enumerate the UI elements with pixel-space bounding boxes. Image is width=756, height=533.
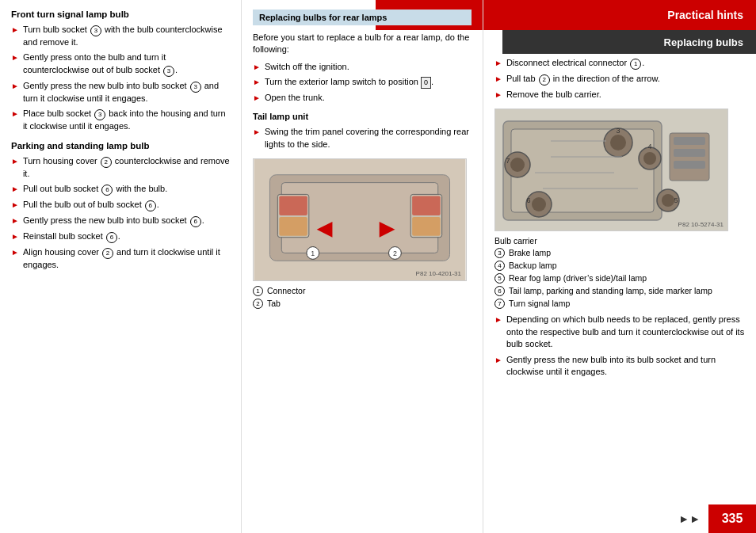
svg-point-31	[510, 158, 525, 172]
list-item: ► Pull out bulb socket 6 with the bulb.	[11, 183, 230, 196]
bullet-arrow: ►	[11, 231, 19, 242]
svg-point-19	[610, 135, 626, 150]
rear-lamps-box: Replacing bulbs for rear lamps	[253, 10, 472, 25]
bullet-arrow: ►	[11, 247, 19, 258]
bullet-arrow: ►	[494, 89, 502, 101]
caption-backup: 4 Backup lamp	[494, 261, 745, 271]
svg-rect-38	[674, 137, 705, 145]
connector-captions: 1 Connector 2 Tab	[253, 286, 472, 309]
gently-text: Gently press the new bulb into its bulb …	[506, 355, 716, 376]
bullet-arrow: ►	[11, 184, 19, 195]
list-item: ► Gently press the new bulb into its bul…	[494, 354, 745, 379]
list-item: ► Gently press the new bulb into bulb so…	[11, 215, 230, 227]
main-content: Front turn signal lamp bulb ► Turn bulb …	[0, 0, 756, 533]
bullet-arrow: ►	[494, 314, 502, 326]
list-item: ► Gently press the new bulb into bulb so…	[11, 80, 230, 105]
caption-tab: 2 Tab	[253, 299, 472, 309]
svg-text:4: 4	[647, 143, 651, 150]
bullet-arrow: ►	[253, 127, 261, 138]
list-item: ► Gently press onto the bulb and turn it…	[11, 51, 230, 76]
left-column: Front turn signal lamp bulb ► Turn bulb …	[0, 0, 242, 533]
signal-label: Turn signal lamp	[509, 299, 570, 308]
list-item: ► Place bulb socket 3 back into the hous…	[11, 108, 230, 132]
svg-point-25	[662, 194, 674, 207]
list-item: ► Pull the bulb out of bulb socket 6.	[11, 199, 230, 211]
bullet-arrow: ►	[494, 58, 502, 69]
backup-label: Backup lamp	[509, 261, 557, 270]
bulb-carrier-label: Bulb carrier	[494, 236, 745, 246]
tail-label: Tail lamp, parking and standing lamp, si…	[509, 286, 712, 295]
list-item: ► Align housing cover 2 and turn it cloc…	[11, 246, 230, 271]
svg-text:6: 6	[526, 196, 530, 204]
section1-list: ► Turn bulb socket 3 with the bulb count…	[11, 24, 230, 133]
list-item: ► Pull tab 2 in the direction of the arr…	[494, 73, 745, 86]
tail-lamp-heading: Tail lamp unit	[253, 112, 472, 121]
list-item: ► Depending on which bulb needs to be re…	[494, 314, 745, 350]
connector-label: Connector	[267, 286, 305, 295]
section2-heading: Parking and standing lamp bulb	[11, 141, 230, 150]
bulb-diagram-svg: 3 4 5 6 7	[495, 109, 728, 231]
bullet-arrow: ►	[253, 93, 261, 104]
svg-text:1: 1	[311, 249, 315, 257]
depending-text: Depending on which bulb needs to be repl…	[506, 314, 745, 350]
caption-signal: 7 Turn signal lamp	[494, 299, 745, 309]
list-item: ► Switch off the ignition.	[253, 61, 472, 73]
forward-arrow: ►►	[678, 512, 701, 525]
svg-rect-40	[674, 161, 705, 169]
svg-rect-39	[674, 149, 705, 157]
svg-rect-4	[279, 196, 307, 215]
list-item: ► Turn the exterior lamp switch to posit…	[253, 76, 472, 89]
fog-label: Rear fog lamp (driver’s side)/tail lamp	[509, 273, 647, 283]
svg-rect-8	[412, 217, 441, 236]
caption-tail: 6 Tail lamp, parking and standing lamp, …	[494, 286, 745, 296]
list-item: ► Disconnect electrical connector 1.	[494, 57, 745, 70]
caption-connector: 1 Connector	[253, 286, 472, 296]
right-bottom-list: ► Depending on which bulb needs to be re…	[494, 314, 745, 378]
section1-heading: Front turn signal lamp bulb	[11, 10, 230, 19]
tail-lamp-list: ► Swing the trim panel covering the corr…	[253, 126, 472, 150]
bullet-arrow: ►	[11, 156, 19, 167]
diagram-label: P82 10-5274-31	[678, 221, 724, 228]
svg-text:3: 3	[616, 127, 620, 135]
svg-rect-7	[412, 196, 441, 215]
intro-list: ► Switch off the ignition. ► Turn the ex…	[253, 61, 472, 104]
bullet-arrow: ►	[11, 109, 19, 120]
bullet-arrow: ►	[494, 74, 502, 85]
list-item: ► Turn bulb socket 3 with the bulb count…	[11, 24, 230, 48]
caption-fog: 5 Rear fog lamp (driver’s side)/tail lam…	[494, 273, 745, 284]
bullet-arrow: ►	[11, 81, 19, 92]
caption-brake: 3 Brake lamp	[494, 248, 745, 258]
car-rear-image: 1 2 P82 10-4201-31	[253, 158, 467, 281]
svg-text:5: 5	[674, 196, 678, 204]
section2-list: ► Turn housing cover 2 counterclockwise …	[11, 155, 230, 272]
svg-rect-5	[279, 217, 307, 236]
list-item: ► Open the trunk.	[253, 92, 472, 104]
svg-point-22	[643, 152, 656, 165]
bulb-carrier-diagram: 3 4 5 6 7	[494, 109, 728, 231]
bullet-arrow: ►	[494, 355, 502, 366]
right-top-list: ► Disconnect electrical connector 1. ► P…	[494, 57, 745, 101]
bulb-captions: 3 Brake lamp 4 Backup lamp 5 Rear fog la…	[494, 248, 745, 309]
intro-text: Before you start to replace a bulb for a…	[253, 32, 472, 56]
tab-label: Tab	[267, 299, 281, 308]
bullet-arrow: ►	[11, 215, 19, 227]
car-diagram-svg: 1 2	[254, 159, 466, 280]
car-image-label: P82 10-4201-31	[416, 270, 461, 277]
list-item: ► Remove the bulb carrier.	[494, 89, 745, 101]
bullet-arrow: ►	[11, 52, 19, 63]
mid-column: Replacing bulbs for rear lamps Before yo…	[242, 0, 483, 533]
bullet-arrow: ►	[11, 25, 19, 36]
svg-text:2: 2	[393, 249, 397, 257]
list-item: ► Reinstall bulb socket 6.	[11, 230, 230, 243]
brake-label: Brake lamp	[509, 248, 551, 257]
list-item: ► Turn housing cover 2 counterclockwise …	[11, 155, 230, 180]
right-column: ► Disconnect electrical connector 1. ► P…	[483, 0, 756, 533]
svg-text:7: 7	[506, 157, 510, 165]
list-item: ► Swing the trim panel covering the corr…	[253, 126, 472, 150]
svg-point-28	[532, 197, 546, 211]
bullet-arrow: ►	[253, 62, 261, 73]
bullet-arrow: ►	[11, 200, 19, 211]
bullet-arrow: ►	[253, 77, 261, 88]
